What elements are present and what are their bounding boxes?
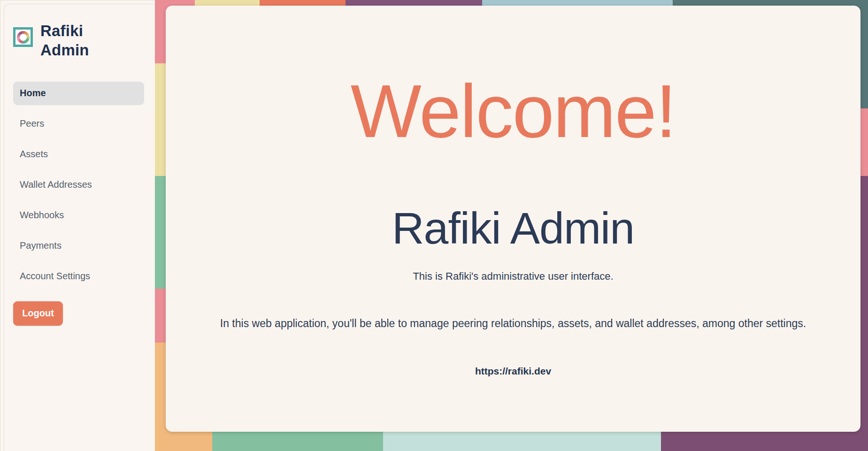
background-collage-right	[860, 0, 868, 451]
sidebar-item-webhooks[interactable]: Webhooks	[13, 204, 144, 227]
app-title: Rafiki Admin	[40, 22, 111, 60]
background-collage-left	[155, 0, 166, 451]
welcome-heading: Welcome!	[351, 74, 676, 149]
welcome-card: Welcome! Rafiki Admin This is Rafiki's a…	[166, 6, 860, 432]
sidebar-item-wallet-addresses[interactable]: Wallet Addresses	[13, 173, 144, 197]
rafiki-ring-icon	[17, 31, 30, 44]
sidebar-item-peers[interactable]: Peers	[13, 112, 144, 136]
sidebar-item-payments[interactable]: Payments	[13, 234, 144, 258]
description-text: In this web application, you'll be able …	[220, 317, 806, 330]
rafiki-logo-icon	[13, 27, 33, 47]
logout-button[interactable]: Logout	[13, 301, 63, 326]
sidebar-item-assets[interactable]: Assets	[13, 143, 144, 166]
main-area: Welcome! Rafiki Admin This is Rafiki's a…	[155, 0, 868, 451]
sidebar: Rafiki Admin Home Peers Assets Wallet Ad…	[0, 0, 155, 451]
rafiki-dev-link[interactable]: https://rafiki.dev	[475, 366, 551, 377]
subtitle-text: This is Rafiki's administrative user int…	[413, 270, 613, 283]
page-title: Rafiki Admin	[392, 206, 634, 251]
sidebar-item-account-settings[interactable]: Account Settings	[13, 265, 144, 288]
sidebar-item-home[interactable]: Home	[13, 82, 144, 105]
brand: Rafiki Admin	[13, 22, 144, 60]
sidebar-nav: Home Peers Assets Wallet Addresses Webho…	[13, 82, 144, 288]
